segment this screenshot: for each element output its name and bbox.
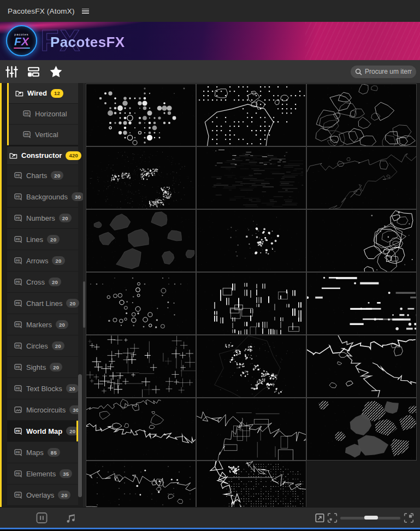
zoom-slider-handle[interactable] bbox=[364, 516, 378, 520]
pacotesfx-panel: PacotesFX (AtomX) pacotes FX FX PacotesF… bbox=[0, 0, 420, 531]
sidebar-item-sights[interactable]: PRSights20 bbox=[7, 357, 78, 378]
thumbnail-worldmap-bright-coast[interactable] bbox=[307, 335, 416, 397]
panel-scrollbar[interactable] bbox=[83, 83, 85, 507]
thumbnail-worldmap-camo-hatch[interactable] bbox=[307, 398, 416, 460]
sidebar-item-backgrounds[interactable]: PRBackgrounds30 bbox=[7, 186, 78, 208]
thumbnail-worldmap-scanlines[interactable] bbox=[197, 147, 306, 209]
zoom-slider[interactable] bbox=[340, 515, 400, 521]
count-badge: 20 bbox=[66, 384, 79, 393]
thumbnail-worldmap-rings[interactable] bbox=[86, 273, 196, 334]
thumbnail-worldmap-light-streaks[interactable] bbox=[307, 273, 416, 334]
svg-text:PR: PR bbox=[25, 133, 29, 136]
scale-down-icon[interactable] bbox=[327, 512, 338, 523]
thumbnail-canvas-vbars bbox=[197, 273, 306, 334]
sidebar-item-numbers[interactable]: PRNumbers20 bbox=[7, 208, 78, 229]
count-badge: 20 bbox=[66, 299, 79, 308]
logo-fx-text: FX bbox=[14, 36, 29, 47]
thumbnail-worldmap-contours[interactable] bbox=[307, 210, 416, 272]
thumbnail-worldmap-dotted-circles[interactable] bbox=[86, 84, 196, 146]
logo-underline bbox=[14, 48, 30, 49]
pause-box-icon[interactable] bbox=[36, 512, 48, 523]
sidebar-item-label: Cross bbox=[26, 278, 45, 286]
thumbnail-worldmap-vertical-bars[interactable] bbox=[197, 273, 306, 334]
pr-clip-icon: PR bbox=[14, 364, 22, 371]
thumbnail-worldmap-dot-cluster[interactable] bbox=[197, 210, 306, 272]
sidebar-item-constructor[interactable]: Constructor420 bbox=[7, 145, 78, 165]
thumbnail-worldmap-outline-dotgrid[interactable] bbox=[197, 84, 306, 146]
content: Wired12PRHorizontalPRVerticalConstructor… bbox=[0, 83, 420, 507]
thumbnail-worldmap-city-dots[interactable] bbox=[197, 335, 306, 397]
thumbnail-worldmap-state-borders[interactable] bbox=[307, 84, 416, 146]
scale-up-icon[interactable] bbox=[404, 512, 414, 523]
music-note-icon[interactable] bbox=[64, 511, 77, 524]
sidebar-item-horizontal[interactable]: PRHorizontal bbox=[7, 104, 78, 125]
sidebar-item-arrows[interactable]: PRArrows20 bbox=[7, 250, 78, 272]
count-badge: 20 bbox=[52, 341, 64, 350]
search-box[interactable] bbox=[351, 66, 416, 78]
sidebar-item-label: Overlays bbox=[26, 491, 54, 499]
sidebar-item-overlays[interactable]: PROverlays20 bbox=[7, 485, 78, 506]
count-badge: 20 bbox=[58, 491, 70, 499]
svg-text:PR: PR bbox=[16, 259, 20, 262]
window-title: PacotesFX (AtomX) bbox=[8, 7, 75, 15]
search-icon bbox=[355, 68, 362, 75]
sidebar-item-label: Constructor bbox=[21, 151, 62, 160]
sidebar-item-microcircuits[interactable]: Microcircuits30 bbox=[7, 399, 78, 421]
thumbnail-canvas-rings bbox=[86, 273, 196, 334]
thumbnail-canvas-coast_detail bbox=[86, 398, 196, 460]
svg-text:PR: PR bbox=[16, 195, 20, 198]
sidebar-item-wired[interactable]: Wired12 bbox=[7, 83, 78, 104]
count-badge: 35 bbox=[60, 469, 72, 478]
count-badge: 20 bbox=[50, 363, 62, 371]
open-new-window-icon[interactable] bbox=[315, 513, 324, 522]
count-badge: 20 bbox=[59, 214, 72, 222]
pr-clip-icon: PR bbox=[14, 193, 22, 200]
sidebar-item-circles[interactable]: PRCircles20 bbox=[7, 335, 78, 357]
thumbnail-worldmap-coast-dots[interactable] bbox=[86, 461, 196, 507]
panel-scrollbar-thumb[interactable] bbox=[83, 281, 85, 328]
thumbnail-worldmap-cross-grid[interactable] bbox=[86, 335, 196, 397]
sidebar-item-cross[interactable]: PRCross20 bbox=[7, 272, 78, 293]
brand-banner: pacotes FX FX PacotesFX bbox=[0, 22, 420, 60]
sidebar-scrollbar-thumb[interactable] bbox=[78, 374, 82, 497]
sidebar-item-label: Microcircuits bbox=[26, 406, 66, 414]
pr-clip-icon: PR bbox=[14, 279, 22, 286]
sidebar-item-charts[interactable]: PRCharts20 bbox=[7, 165, 78, 186]
sidebar-item-text-blocks[interactable]: PRText Blocks20 bbox=[7, 378, 78, 399]
thumbnail-worldmap-geo-lines[interactable] bbox=[197, 398, 306, 460]
folder-arrow-icon bbox=[9, 152, 17, 159]
sidebar-item-vertical[interactable]: PRVertical bbox=[7, 125, 78, 145]
sidebar-item-maps[interactable]: PRMaps85 bbox=[7, 442, 78, 463]
bottom-bar bbox=[0, 507, 420, 528]
count-badge: 420 bbox=[66, 151, 81, 160]
thumbnail-worldmap-coast-detail[interactable] bbox=[86, 398, 196, 460]
filters-icon[interactable] bbox=[5, 65, 19, 79]
thumbnail-canvas-halftone_map bbox=[197, 461, 306, 507]
sidebar-item-label: Numbers bbox=[26, 214, 55, 222]
sidebar-item-label: Text Blocks bbox=[26, 385, 62, 393]
favorites-star-icon[interactable] bbox=[49, 64, 63, 79]
svg-text:PR: PR bbox=[16, 302, 20, 305]
svg-text:PR: PR bbox=[16, 344, 20, 347]
thumbnail-grid-inner bbox=[86, 83, 420, 507]
thumbnail-worldmap-faint-outline[interactable] bbox=[307, 147, 416, 209]
sidebar-item-label: Charts bbox=[26, 172, 47, 180]
thumbnail-worldmap-halftone[interactable] bbox=[197, 461, 306, 507]
thumbnail-canvas-gray_fills bbox=[86, 210, 196, 272]
sidebar-item-world-map[interactable]: PRWorld Map20 bbox=[7, 421, 78, 442]
thumbnail-worldmap-night-lights[interactable] bbox=[86, 147, 196, 209]
thumbnail-canvas-streaks bbox=[307, 273, 416, 334]
panel-menu-icon[interactable] bbox=[82, 9, 89, 14]
sidebar-item-lines[interactable]: PRLines20 bbox=[7, 229, 78, 250]
sidebar-item-markers[interactable]: PRMarkers20 bbox=[7, 314, 78, 335]
sidebar-item-chart-lines[interactable]: PRChart Lines20 bbox=[7, 293, 78, 314]
folder-arrow-icon bbox=[15, 90, 23, 97]
svg-text:PR: PR bbox=[16, 365, 20, 369]
sidebar-item-label: Vertical bbox=[35, 131, 58, 139]
svg-text:PR: PR bbox=[16, 216, 20, 220]
list-view-icon[interactable] bbox=[27, 65, 40, 79]
search-input[interactable] bbox=[365, 68, 412, 75]
thumbnail-worldmap-gray-fills[interactable] bbox=[86, 210, 196, 272]
svg-text:PR: PR bbox=[16, 472, 20, 475]
sidebar-item-elements[interactable]: PRElements35 bbox=[7, 463, 78, 485]
